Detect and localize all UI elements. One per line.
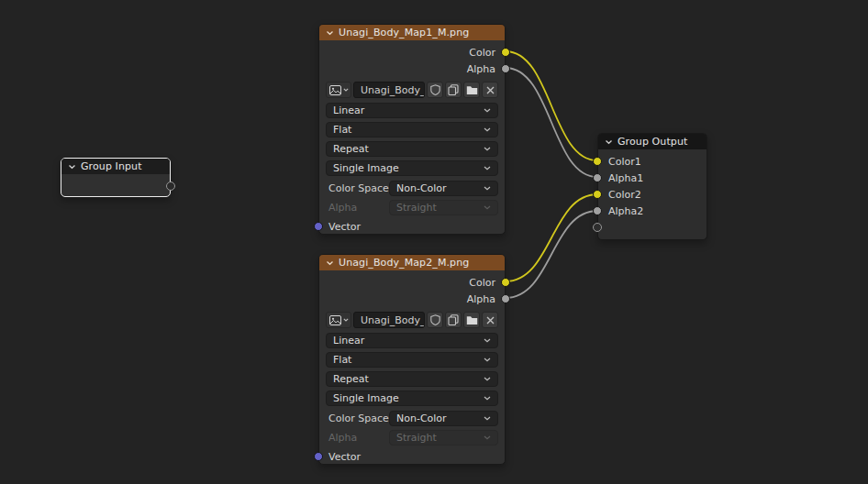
color-space-dropdown[interactable]: Non-Color [389, 181, 498, 196]
chevron-down-icon[interactable] [326, 30, 334, 36]
extension-dropdown[interactable]: Repeat [326, 371, 498, 387]
node-image-texture-2[interactable]: Unagi_Body_Map2_M.png Color Alpha Unagi_… [318, 254, 506, 465]
new-image-button[interactable] [445, 82, 462, 98]
color1-input-socket[interactable] [593, 157, 602, 166]
node-group-input[interactable]: Group Input [61, 158, 171, 197]
fake-user-button[interactable] [427, 82, 443, 98]
source-dropdown[interactable]: Single Image [326, 160, 498, 176]
input-row-virtual [598, 219, 707, 236]
chevron-down-icon [343, 88, 349, 92]
chevron-down-icon[interactable] [605, 139, 613, 145]
output-row-alpha: Alpha [319, 291, 505, 307]
alpha-mode-dropdown: Straight [389, 430, 498, 446]
node-header[interactable]: Unagi_Body_Map1_M.png [319, 25, 505, 40]
output-label: Alpha [467, 63, 495, 75]
extension-dropdown[interactable]: Repeat [326, 141, 498, 157]
dropdown-value: Linear [333, 104, 364, 116]
copy-icon [448, 84, 459, 95]
image-icon [329, 85, 341, 95]
link-map1-color-to-color1 [506, 51, 597, 160]
dropdown-value: Single Image [333, 392, 399, 404]
projection-dropdown[interactable]: Flat [326, 122, 498, 138]
chevron-down-icon [484, 205, 491, 210]
input-label: Color1 [608, 156, 641, 168]
alpha-mode-row: Alpha Straight [326, 430, 498, 446]
dropdown-value: Non-Color [396, 412, 447, 424]
group-output-header[interactable]: Group Output [598, 134, 707, 149]
shield-icon [430, 314, 440, 325]
alpha2-input-socket[interactable] [593, 206, 602, 215]
interpolation-dropdown[interactable]: Linear [326, 333, 498, 348]
chevron-down-icon [484, 377, 491, 381]
alpha-mode-dropdown: Straight [389, 200, 498, 215]
unlink-image-button[interactable] [482, 82, 498, 98]
node-header[interactable]: Unagi_Body_Map2_M.png [319, 255, 505, 270]
chevron-down-icon [343, 318, 349, 322]
color-output-socket[interactable] [501, 278, 510, 287]
color-space-label: Color Space [326, 182, 389, 194]
vector-input-row: Vector [319, 448, 505, 465]
copy-icon [448, 314, 459, 325]
node-title: Unagi_Body_Map2_M.png [339, 257, 469, 269]
alpha-output-socket[interactable] [501, 64, 510, 73]
chevron-down-icon [484, 358, 491, 362]
input-label: Alpha1 [608, 172, 643, 184]
alpha-mode-row: Alpha Straight [326, 200, 498, 215]
chevron-down-icon [484, 416, 491, 421]
source-dropdown[interactable]: Single Image [326, 390, 498, 406]
chevron-down-icon [484, 338, 491, 343]
input-row-alpha1: Alpha1 [598, 170, 707, 186]
chevron-down-icon[interactable] [326, 260, 334, 266]
input-label: Color2 [608, 189, 641, 201]
image-name-field[interactable]: Unagi_Body_Ma... [353, 312, 425, 328]
input-label: Alpha2 [608, 205, 643, 217]
chevron-down-icon [484, 435, 491, 440]
chevron-down-icon [484, 396, 491, 401]
image-menu-button[interactable] [326, 82, 351, 98]
virtual-input-socket[interactable] [593, 223, 602, 232]
output-label: Color [469, 47, 495, 59]
color2-input-socket[interactable] [593, 190, 602, 199]
dropdown-value: Non-Color [396, 182, 447, 194]
unlink-image-button[interactable] [482, 312, 498, 328]
image-name-field[interactable]: Unagi_Body_Ma... [353, 82, 425, 98]
new-image-button[interactable] [445, 312, 462, 328]
open-image-button[interactable] [463, 312, 480, 328]
projection-dropdown[interactable]: Flat [326, 352, 498, 368]
open-image-button[interactable] [463, 82, 480, 98]
dropdown-value: Single Image [333, 162, 399, 174]
dropdown-value: Straight [396, 432, 437, 444]
dropdown-value: Flat [333, 124, 351, 136]
dropdown-value: Repeat [333, 373, 369, 385]
node-image-texture-1[interactable]: Unagi_Body_Map1_M.png Color Alpha Unagi_… [318, 24, 506, 235]
chevron-down-icon[interactable] [68, 164, 76, 170]
color-output-socket[interactable] [501, 48, 510, 57]
folder-icon [466, 315, 478, 325]
vector-input-socket[interactable] [314, 222, 323, 231]
alpha1-input-socket[interactable] [593, 173, 602, 182]
chevron-down-icon [484, 127, 491, 132]
alpha-output-socket[interactable] [501, 294, 510, 303]
node-title: Group Input [81, 160, 142, 172]
image-menu-button[interactable] [326, 312, 351, 328]
alpha-mode-label: Alpha [326, 202, 389, 214]
input-row-alpha2: Alpha2 [598, 203, 707, 219]
vector-input-socket[interactable] [314, 452, 323, 461]
interpolation-dropdown[interactable]: Linear [326, 103, 498, 118]
chevron-down-icon [484, 108, 491, 113]
input-row-color2: Color2 [598, 186, 707, 203]
color-space-row: Color Space Non-Color [326, 411, 498, 426]
link-map1-alpha-to-alpha1 [506, 68, 597, 177]
output-row-alpha: Alpha [319, 60, 505, 77]
close-icon [486, 316, 495, 324]
group-input-header[interactable]: Group Input [61, 159, 170, 174]
dropdown-value: Repeat [333, 143, 369, 155]
virtual-output-socket[interactable] [166, 182, 175, 191]
fake-user-button[interactable] [427, 312, 443, 328]
input-row-color1: Color1 [598, 153, 707, 170]
image-icon [329, 315, 341, 325]
node-group-output[interactable]: Group Output Color1 Alpha1 Color2 Alpha2 [597, 133, 707, 240]
color-space-dropdown[interactable]: Non-Color [389, 411, 498, 426]
node-editor-canvas[interactable]: Group Input Unagi_Body_Map1_M.png Color … [0, 0, 868, 484]
chevron-down-icon [484, 166, 491, 170]
